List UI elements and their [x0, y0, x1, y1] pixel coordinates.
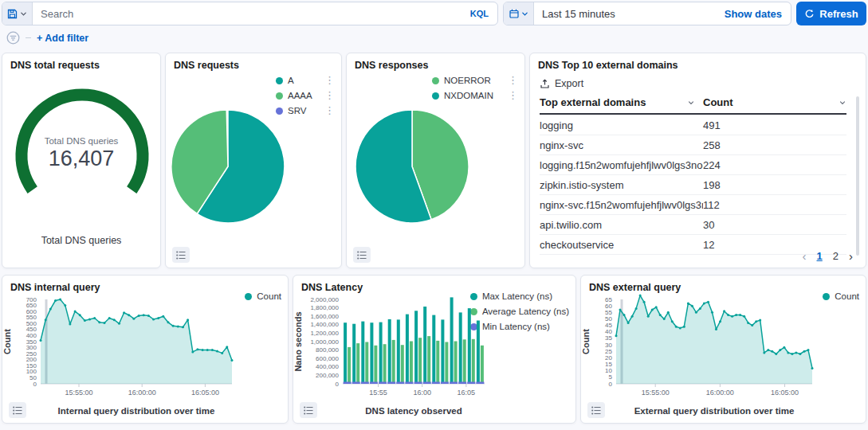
legend-toggle-button[interactable]	[172, 247, 190, 263]
legend-options-icon[interactable]: ⋮	[508, 92, 518, 100]
legend-item-noerror[interactable]: NOERROR⋮	[432, 76, 518, 85]
svg-text:16:05:00: 16:05:00	[771, 389, 799, 397]
legend-toggle-button[interactable]	[587, 402, 605, 418]
panel-dns-responses: DNS responses NOERROR⋮NXDOMAIN⋮	[346, 53, 525, 268]
export-icon	[540, 79, 550, 89]
quick-select-time-button[interactable]	[504, 2, 534, 25]
list-icon	[357, 251, 367, 260]
table-row: checkoutservice12	[540, 235, 846, 255]
page-2-button[interactable]: 2	[833, 250, 839, 262]
gauge-center-label: Total DNS queries	[2, 136, 160, 146]
svg-text:400,000: 400,000	[316, 363, 339, 370]
refresh-button[interactable]: Refresh	[796, 2, 866, 25]
domain-cell: nginx-svc	[540, 139, 703, 151]
list-icon	[176, 251, 186, 260]
filter-icon[interactable]	[6, 31, 20, 45]
table-scrollbar[interactable]	[856, 96, 859, 256]
saved-query-menu-button[interactable]	[2, 2, 33, 25]
svg-text:16:05:00: 16:05:00	[191, 389, 219, 397]
query-bar: KQL Last 15 minutes Show dates Refresh	[0, 0, 868, 25]
sort-chevron-icon	[839, 99, 846, 107]
gauge-bottom-label: Total DNS queries	[2, 235, 160, 246]
time-range-value[interactable]: Last 15 minutes	[534, 2, 725, 25]
legend-item-nxdomain[interactable]: NXDOMAIN⋮	[432, 91, 518, 100]
count-cell: 224	[703, 159, 846, 171]
pie-chart[interactable]	[347, 103, 510, 234]
legend-item-aaaa[interactable]: AAAA⋮	[276, 91, 335, 100]
svg-text:15: 15	[605, 361, 612, 368]
count-cell: 112	[703, 199, 846, 211]
add-filter-button[interactable]: + Add filter	[37, 33, 88, 44]
legend-label: NOERROR	[444, 76, 491, 85]
chevron-down-icon	[20, 10, 27, 18]
refresh-label: Refresh	[819, 8, 858, 20]
svg-text:0: 0	[336, 381, 340, 388]
legend-dot-icon	[276, 77, 283, 84]
show-dates-button[interactable]: Show dates	[725, 2, 791, 25]
chart-x-axis-title: External query distribution over time	[616, 406, 812, 416]
legend-toggle-button[interactable]	[300, 402, 317, 418]
legend-options-icon[interactable]: ⋮	[324, 92, 335, 100]
svg-text:15:55: 15:55	[369, 389, 387, 397]
legend-toggle-button[interactable]	[9, 402, 26, 418]
list-icon	[304, 406, 313, 415]
svg-text:800,000: 800,000	[316, 346, 339, 354]
svg-text:2,000,000: 2,000,000	[310, 296, 339, 303]
previous-page-icon[interactable]: ‹	[803, 250, 807, 262]
legend: NOERROR⋮NXDOMAIN⋮	[432, 76, 518, 100]
kql-language-button[interactable]: KQL	[461, 2, 497, 25]
legend-toggle-button[interactable]	[353, 247, 371, 263]
panel-dns-top-external-domains: DNS Top 10 external domains Export Top e…	[529, 53, 866, 268]
legend-dot-icon	[276, 92, 283, 100]
sort-chevron-icon	[687, 99, 695, 107]
search-input[interactable]	[33, 2, 461, 25]
domain-cell: api.twilio.com	[540, 219, 703, 231]
table-row: nginx-svc258	[540, 135, 846, 155]
column-header-domains[interactable]: Top external domains	[540, 96, 703, 108]
svg-text:200,000: 200,000	[316, 372, 339, 379]
page-1-button[interactable]: 1	[817, 250, 823, 262]
panel-title: DNS requests	[174, 60, 239, 71]
pie-chart[interactable]	[166, 103, 325, 234]
legend-dot-icon	[432, 92, 439, 100]
count-cell: 12	[703, 239, 846, 251]
column-label: Count	[703, 96, 733, 108]
count-cell: 198	[703, 179, 846, 191]
svg-text:25: 25	[605, 348, 612, 355]
legend-options-icon[interactable]: ⋮	[324, 107, 335, 115]
date-picker: Last 15 minutes Show dates	[503, 2, 791, 25]
chart-x-axis-title: Internal query distribution over time	[41, 406, 232, 416]
area-chart[interactable]: 0510152025303540455055606515:55:0016:00:…	[581, 290, 866, 400]
svg-text:30: 30	[605, 342, 612, 349]
svg-text:5: 5	[609, 373, 613, 381]
panel-dns-latency: DNS Latency Max Latency (ns)Average Late…	[293, 275, 576, 424]
chart-x-axis-title: DNS latency observed	[343, 406, 485, 416]
list-icon	[591, 406, 601, 415]
svg-text:Count: Count	[2, 329, 12, 354]
domain-cell: logging	[540, 119, 703, 131]
panel-dns-total-requests: DNS total requests Total DNS queries 16,…	[2, 53, 161, 268]
filter-bar: + Add filter	[0, 25, 868, 46]
svg-text:35: 35	[605, 334, 612, 342]
gauge-value: 16,407	[2, 147, 160, 171]
column-header-count[interactable]: Count	[703, 96, 846, 108]
table-row: logging.f15n2womfujehfjlwv0lgs3nog....22…	[540, 155, 846, 175]
legend-item-a[interactable]: A⋮	[276, 76, 335, 85]
table-row: api.twilio.com30	[540, 215, 846, 235]
legend-options-icon[interactable]: ⋮	[508, 76, 518, 84]
export-button[interactable]: Export	[540, 78, 583, 89]
domain-cell: zipkin.istio-system	[540, 179, 703, 191]
legend-label: NXDOMAIN	[444, 91, 493, 100]
svg-text:45: 45	[605, 322, 612, 329]
legend-options-icon[interactable]: ⋮	[324, 76, 335, 84]
count-cell: 491	[703, 119, 846, 131]
svg-text:Count: Count	[581, 329, 591, 354]
panel-dns-internal-query: DNS internal query Count 050100150200250…	[2, 275, 289, 424]
page-numbers: 12	[817, 250, 839, 262]
next-page-icon[interactable]: ›	[849, 250, 853, 262]
area-chart[interactable]: 0501001502002503003504004505005506006507…	[2, 290, 289, 400]
chevron-down-icon	[521, 10, 528, 18]
bar-chart[interactable]: 0200,000400,000600,000800,0001,000,0001,…	[293, 290, 576, 400]
svg-text:600,000: 600,000	[316, 355, 339, 362]
legend-label: AAAA	[288, 91, 312, 100]
